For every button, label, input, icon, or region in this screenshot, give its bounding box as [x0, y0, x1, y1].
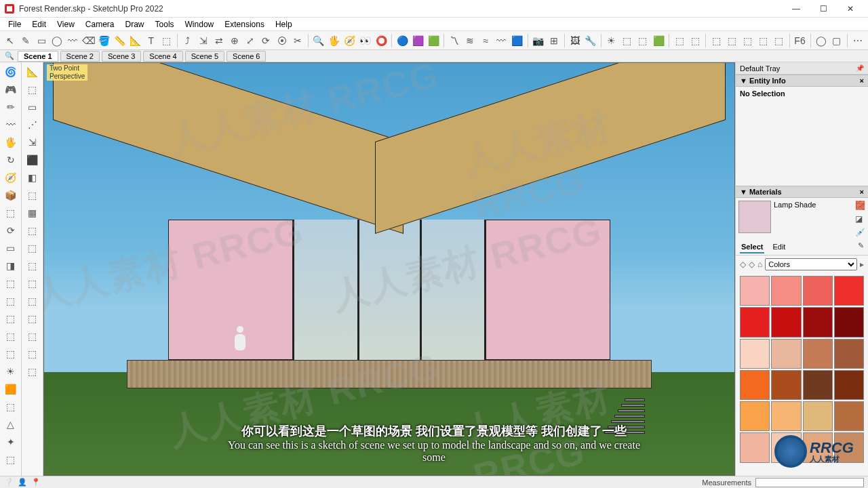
materials-header[interactable]: ▼ Materials ×: [736, 186, 868, 198]
close-icon[interactable]: ×: [860, 188, 864, 196]
window-maximize-button[interactable]: ☐: [810, 0, 837, 18]
toolbar-button-8[interactable]: 📐: [128, 33, 143, 49]
color-swatch-13[interactable]: [771, 370, 801, 400]
toolbar-button-25[interactable]: ⭕: [374, 33, 389, 49]
toolbar-button-38[interactable]: ⊞: [547, 33, 561, 49]
toolbar-button-31[interactable]: 〽: [447, 33, 462, 49]
menu-extensions[interactable]: Extensions: [219, 18, 270, 30]
color-swatch-21[interactable]: [771, 432, 801, 462]
color-swatch-16[interactable]: [740, 401, 770, 431]
toolbar-button-40[interactable]: 🖼: [568, 33, 583, 49]
leftcol1-tool-21[interactable]: ✦: [3, 434, 19, 450]
color-swatch-6[interactable]: [803, 307, 833, 337]
color-swatch-3[interactable]: [834, 276, 864, 306]
toolbar-button-54[interactable]: ⬚: [755, 33, 770, 49]
toolbar-button-41[interactable]: 🔧: [583, 33, 598, 49]
leftcol1-tool-16[interactable]: ⬚: [3, 346, 19, 362]
create-material-icon[interactable]: 🧱: [855, 201, 865, 210]
leftcol1-tool-7[interactable]: 📦: [3, 187, 19, 203]
leftcol1-tool-11[interactable]: ◨: [3, 258, 19, 274]
leftcol2-tool-12[interactable]: ⬚: [24, 275, 41, 291]
color-swatch-2[interactable]: [803, 276, 833, 306]
window-close-button[interactable]: ✕: [837, 0, 864, 18]
leftcol1-tool-0[interactable]: 🌀: [3, 64, 19, 80]
materials-forward-icon[interactable]: ◇: [749, 260, 755, 269]
color-swatch-10[interactable]: [803, 339, 833, 369]
materials-tab-select[interactable]: Select: [740, 241, 764, 253]
default-material-icon[interactable]: ◪: [855, 214, 865, 224]
leftcol2-tool-4[interactable]: ⇲: [24, 134, 41, 150]
toolbar-button-21[interactable]: 🔍: [311, 33, 326, 49]
leftcol1-tool-6[interactable]: 🧭: [3, 169, 19, 186]
color-swatch-4[interactable]: [740, 307, 770, 337]
toolbar-button-46[interactable]: 🟩: [651, 33, 666, 49]
toolbar-button-35[interactable]: 🟦: [510, 33, 525, 49]
toolbar-button-45[interactable]: ⬚: [635, 33, 650, 49]
menu-camera[interactable]: Camera: [80, 18, 120, 30]
toolbar-button-37[interactable]: 📷: [531, 33, 546, 49]
leftcol2-tool-6[interactable]: ◧: [24, 169, 41, 186]
leftcol2-tool-5[interactable]: ⬛: [24, 152, 41, 168]
materials-tab-edit[interactable]: Edit: [771, 241, 787, 253]
toolbar-button-12[interactable]: ⤴: [180, 33, 195, 49]
toolbar-button-4[interactable]: 〰: [65, 33, 80, 49]
toolbar-button-1[interactable]: ✎: [18, 33, 33, 49]
status-help-icon[interactable]: ❔: [4, 478, 14, 487]
leftcol2-tool-9[interactable]: ⬚: [24, 222, 41, 239]
toolbar-button-51[interactable]: ⬚: [709, 33, 724, 49]
toolbar-button-27[interactable]: 🔵: [395, 33, 410, 49]
material-preview-swatch[interactable]: [738, 201, 771, 233]
toolbar-button-19[interactable]: ✂: [290, 33, 305, 49]
toolbar-button-33[interactable]: ≈: [478, 33, 493, 49]
color-swatch-0[interactable]: [740, 276, 770, 306]
color-swatch-18[interactable]: [803, 401, 833, 431]
leftcol1-tool-14[interactable]: ⬚: [3, 310, 19, 327]
toolbar-button-9[interactable]: T: [144, 33, 159, 49]
toolbar-button-24[interactable]: 👀: [358, 33, 373, 49]
color-swatch-17[interactable]: [771, 401, 801, 431]
tray-pin-icon[interactable]: 📌: [856, 64, 864, 72]
leftcol2-tool-16[interactable]: ⬚: [24, 346, 41, 362]
color-swatch-20[interactable]: [740, 432, 770, 462]
toolbar-button-18[interactable]: ⦿: [275, 33, 290, 49]
scene-tab-5[interactable]: Scene 5: [185, 51, 224, 62]
toolbar-button-0[interactable]: ↖: [3, 33, 18, 49]
color-swatch-7[interactable]: [834, 307, 864, 337]
leftcol1-tool-9[interactable]: ⟳: [3, 222, 19, 239]
leftcol1-tool-15[interactable]: ⬚: [3, 328, 19, 344]
status-geo-icon[interactable]: 📍: [31, 478, 41, 487]
toolbar-button-55[interactable]: ⬚: [771, 33, 786, 49]
leftcol1-tool-1[interactable]: 🎮: [3, 81, 19, 98]
materials-back-icon[interactable]: ◇: [740, 260, 746, 269]
leftcol2-tool-0[interactable]: 📐: [24, 64, 41, 80]
toolbar-button-49[interactable]: ⬚: [688, 33, 703, 49]
pencil-icon[interactable]: ✎: [858, 241, 864, 253]
toolbar-button-7[interactable]: 📏: [113, 33, 127, 49]
toolbar-button-57[interactable]: F6: [792, 33, 807, 49]
color-swatch-22[interactable]: [803, 432, 833, 462]
toolbar-button-48[interactable]: ⬚: [672, 33, 687, 49]
toolbar-button-15[interactable]: ⊕: [227, 33, 242, 49]
toolbar-button-44[interactable]: ⬚: [620, 33, 635, 49]
leftcol1-tool-8[interactable]: ⬚: [3, 205, 19, 221]
toolbar-button-43[interactable]: ☀: [604, 33, 619, 49]
toolbar-button-29[interactable]: 🟩: [426, 33, 441, 49]
menu-window[interactable]: Window: [180, 18, 220, 30]
scene-tab-4[interactable]: Scene 4: [143, 51, 182, 62]
toolbar-button-14[interactable]: ⇄: [212, 33, 226, 49]
leftcol1-tool-19[interactable]: ⬚: [3, 399, 19, 415]
color-swatch-14[interactable]: [803, 370, 833, 400]
leftcol1-tool-17[interactable]: ☀: [3, 363, 19, 380]
toolbar-button-32[interactable]: ≋: [462, 33, 477, 49]
color-swatch-9[interactable]: [771, 339, 801, 369]
toolbar-button-59[interactable]: ◯: [813, 33, 828, 49]
menu-draw[interactable]: Draw: [120, 18, 150, 30]
status-user-icon[interactable]: 👤: [18, 478, 27, 487]
window-minimize-button[interactable]: —: [783, 0, 810, 18]
color-swatch-12[interactable]: [740, 370, 770, 400]
leftcol2-tool-1[interactable]: ⬚: [24, 81, 41, 98]
close-icon[interactable]: ×: [860, 77, 864, 85]
color-swatch-8[interactable]: [740, 339, 770, 369]
leftcol1-tool-13[interactable]: ⬚: [3, 293, 19, 309]
eyedropper-icon[interactable]: 💉: [855, 228, 865, 237]
